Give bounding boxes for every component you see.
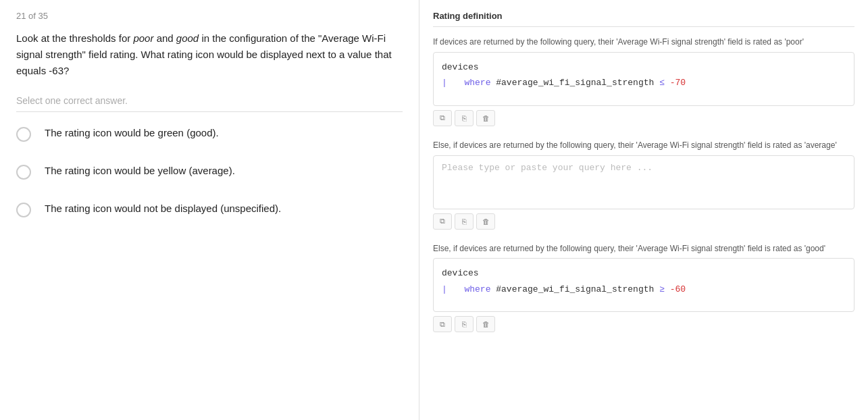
good-query-section: Else, if devices are returned by the fol… [433, 243, 854, 333]
answer-option-2[interactable]: The rating icon would be yellow (average… [16, 163, 403, 180]
good-query-actions: ⧉ ⎘ 🗑 [433, 316, 854, 332]
good-code-line-1: devices [442, 265, 846, 281]
good-query-label: Else, if devices are returned by the fol… [433, 243, 854, 255]
good-field: #average_wi_fi_signal_strength [496, 284, 654, 294]
poor-copy-btn[interactable]: ⎘ [455, 110, 474, 126]
good-expand-btn[interactable]: ⧉ [433, 316, 452, 332]
option-text-1: The rating icon would be green (good). [45, 126, 219, 141]
question-text-part1: Look at the thresholds for [16, 32, 133, 44]
answer-prompt: Select one correct answer. [16, 95, 403, 106]
poor-expand-btn[interactable]: ⧉ [433, 110, 452, 126]
poor-query-section: If devices are returned by the following… [433, 36, 854, 126]
divider [16, 111, 403, 112]
good-devices-keyword: devices [442, 268, 479, 278]
good-code-line-2: | where #average_wi_fi_signal_strength ≥… [442, 282, 846, 297]
radio-btn-2[interactable] [16, 165, 31, 180]
good-pipe: | [442, 284, 447, 294]
question-counter: 21 of 35 [16, 11, 403, 21]
average-query-section: Else, if devices are returned by the fol… [433, 140, 854, 230]
question-text: Look at the thresholds for poor and good… [16, 30, 403, 79]
answer-option-1[interactable]: The rating icon would be green (good). [16, 126, 403, 142]
poor-value: -70 [670, 78, 686, 88]
good-delete-btn[interactable]: 🗑 [476, 316, 495, 332]
right-panel: Rating definition If devices are returne… [419, 0, 868, 420]
good-value: -60 [670, 284, 686, 294]
question-text-poor: poor [133, 32, 153, 44]
average-delete-btn[interactable]: 🗑 [476, 213, 495, 230]
average-query-box[interactable]: Please type or paste your query here ... [433, 155, 854, 209]
option-text-2: The rating icon would be yellow (average… [45, 163, 235, 179]
answer-options: The rating icon would be green (good). T… [16, 126, 403, 217]
poor-query-box: devices | where #average_wi_fi_signal_st… [433, 52, 854, 106]
good-operator: ≥ [659, 284, 665, 294]
average-copy-btn[interactable]: ⎘ [455, 213, 474, 230]
poor-where-keyword: where [464, 78, 490, 88]
poor-code-line-2: | where #average_wi_fi_signal_strength ≤… [442, 75, 846, 90]
question-text-part2: and [153, 32, 176, 44]
poor-devices-keyword: devices [442, 62, 479, 72]
left-panel: 21 of 35 Look at the thresholds for poor… [0, 0, 419, 420]
option-text-3: The rating icon would not be displayed (… [45, 201, 281, 217]
poor-pipe: | [442, 78, 447, 88]
average-expand-btn[interactable]: ⧉ [433, 213, 452, 230]
average-placeholder: Please type or paste your query here ... [442, 163, 653, 173]
poor-delete-btn[interactable]: 🗑 [476, 110, 495, 126]
good-where-keyword: where [464, 284, 490, 294]
question-text-good: good [176, 32, 199, 44]
answer-option-3[interactable]: The rating icon would not be displayed (… [16, 201, 403, 217]
poor-field: #average_wi_fi_signal_strength [496, 78, 654, 88]
good-query-box: devices | where #average_wi_fi_signal_st… [433, 258, 854, 312]
poor-operator: ≤ [659, 78, 665, 88]
radio-btn-3[interactable] [16, 203, 31, 217]
poor-query-label: If devices are returned by the following… [433, 36, 854, 48]
good-copy-btn[interactable]: ⎘ [455, 316, 474, 332]
radio-btn-1[interactable] [16, 127, 31, 142]
poor-code-line-1: devices [442, 59, 846, 75]
average-query-actions: ⧉ ⎘ 🗑 [433, 213, 854, 230]
rating-definition-title: Rating definition [433, 11, 854, 27]
poor-query-actions: ⧉ ⎘ 🗑 [433, 110, 854, 126]
average-query-label: Else, if devices are returned by the fol… [433, 140, 854, 151]
